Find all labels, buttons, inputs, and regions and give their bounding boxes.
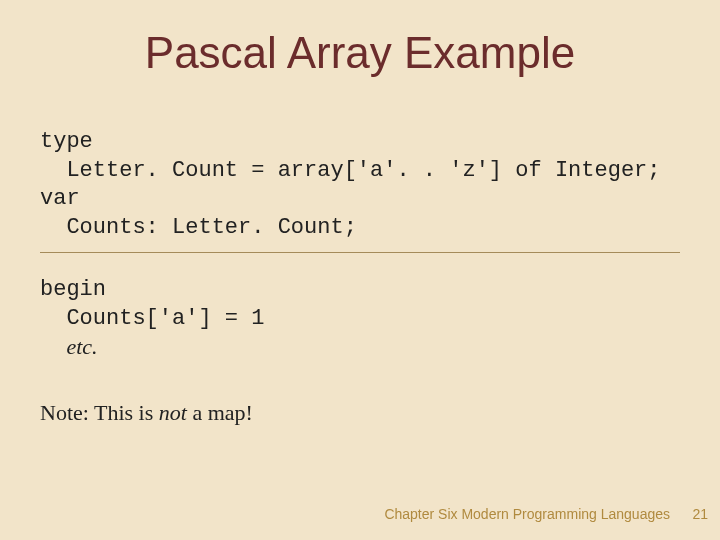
code-line: var: [40, 186, 80, 211]
note-suffix: a map!: [187, 400, 253, 425]
code-indent: [40, 336, 66, 361]
page-number: 21: [692, 506, 708, 522]
slide-title: Pascal Array Example: [0, 28, 720, 78]
code-line: type: [40, 129, 93, 154]
footer-text: Chapter Six Modern Programming Languages: [384, 506, 670, 522]
code-line: Counts: Letter. Count;: [40, 215, 357, 240]
code-etc: etc.: [66, 334, 97, 359]
note-not: not: [159, 400, 187, 425]
code-block-begin: begin Counts['a'] = 1 etc.: [40, 276, 680, 364]
code-block-declarations: type Letter. Count = array['a'. . 'z'] o…: [40, 128, 680, 253]
code-line: Counts['a'] = 1: [40, 306, 264, 331]
code-line: Letter. Count = array['a'. . 'z'] of Int…: [40, 158, 661, 183]
code-line: begin: [40, 277, 106, 302]
note-prefix: Note: This is: [40, 400, 159, 425]
note-text: Note: This is not a map!: [40, 400, 253, 426]
slide: Pascal Array Example type Letter. Count …: [0, 0, 720, 540]
